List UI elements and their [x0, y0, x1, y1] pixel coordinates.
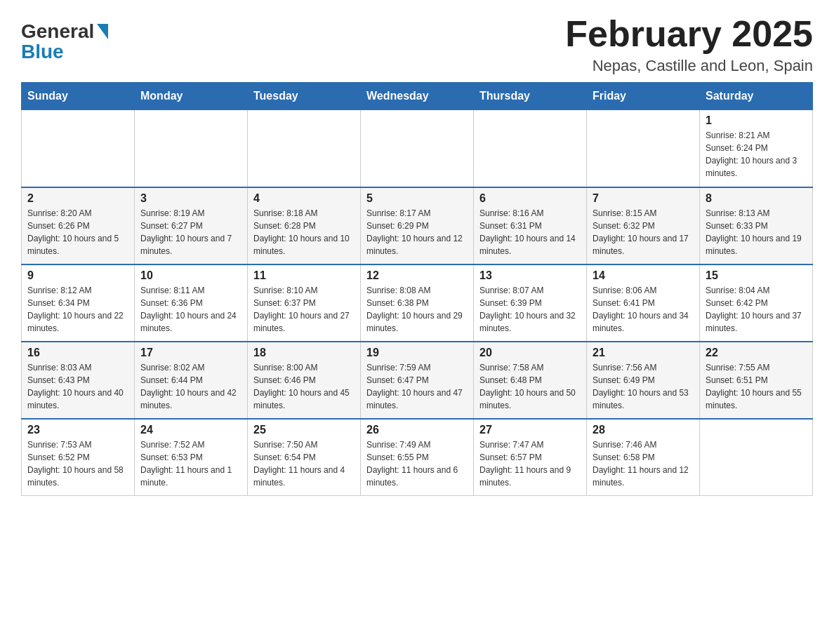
day-of-week-header: Sunday: [22, 83, 135, 110]
day-number: 28: [593, 424, 694, 436]
calendar-week-row: 9Sunrise: 8:12 AMSunset: 6:34 PMDaylight…: [22, 264, 813, 342]
day-info: Sunrise: 7:58 AMSunset: 6:48 PMDaylight:…: [479, 361, 581, 412]
month-title: February 2025: [565, 14, 813, 54]
calendar-day-cell: 10Sunrise: 8:11 AMSunset: 6:36 PMDayligh…: [135, 264, 248, 342]
calendar-day-cell: [248, 110, 361, 187]
day-of-week-header: Friday: [587, 83, 700, 110]
calendar-day-cell: [22, 110, 135, 187]
day-info: Sunrise: 8:16 AMSunset: 6:31 PMDaylight:…: [479, 207, 581, 257]
calendar-day-cell: 5Sunrise: 8:17 AMSunset: 6:29 PMDaylight…: [361, 187, 474, 264]
calendar-day-cell: [361, 110, 474, 187]
day-number: 9: [27, 269, 128, 282]
day-info: Sunrise: 7:49 AMSunset: 6:55 PMDaylight:…: [366, 438, 468, 489]
day-number: 18: [253, 347, 355, 359]
day-info: Sunrise: 8:19 AMSunset: 6:27 PMDaylight:…: [140, 207, 241, 257]
calendar-day-cell: 23Sunrise: 7:53 AMSunset: 6:52 PMDayligh…: [22, 419, 135, 496]
day-number: 13: [479, 269, 581, 282]
logo-triangle-icon: [97, 24, 108, 39]
calendar-day-cell: 25Sunrise: 7:50 AMSunset: 6:54 PMDayligh…: [248, 419, 361, 496]
calendar-day-cell: 1Sunrise: 8:21 AMSunset: 6:24 PMDaylight…: [700, 110, 813, 187]
calendar-week-row: 1Sunrise: 8:21 AMSunset: 6:24 PMDaylight…: [22, 110, 813, 187]
day-info: Sunrise: 8:00 AMSunset: 6:46 PMDaylight:…: [253, 361, 355, 412]
calendar-day-cell: 9Sunrise: 8:12 AMSunset: 6:34 PMDaylight…: [22, 264, 135, 342]
day-number: 5: [366, 192, 468, 205]
day-number: 24: [140, 424, 241, 436]
calendar-day-cell: 27Sunrise: 7:47 AMSunset: 6:57 PMDayligh…: [474, 419, 587, 496]
day-number: 11: [253, 269, 355, 282]
day-info: Sunrise: 7:53 AMSunset: 6:52 PMDaylight:…: [27, 438, 128, 489]
day-info: Sunrise: 7:56 AMSunset: 6:49 PMDaylight:…: [593, 361, 694, 412]
day-info: Sunrise: 8:03 AMSunset: 6:43 PMDaylight:…: [27, 361, 128, 412]
calendar-week-row: 2Sunrise: 8:20 AMSunset: 6:26 PMDaylight…: [22, 187, 813, 264]
calendar-day-cell: 17Sunrise: 8:02 AMSunset: 6:44 PMDayligh…: [135, 342, 248, 419]
day-number: 20: [479, 347, 581, 359]
day-info: Sunrise: 8:08 AMSunset: 6:38 PMDaylight:…: [366, 284, 468, 335]
day-info: Sunrise: 8:21 AMSunset: 6:24 PMDaylight:…: [706, 129, 807, 180]
day-of-week-header: Wednesday: [361, 83, 474, 110]
day-number: 27: [479, 424, 581, 436]
day-info: Sunrise: 7:59 AMSunset: 6:47 PMDaylight:…: [366, 361, 468, 412]
page-header: General Blue February 2025 Nepas, Castil…: [21, 14, 813, 75]
calendar-week-row: 23Sunrise: 7:53 AMSunset: 6:52 PMDayligh…: [22, 419, 813, 496]
calendar-day-cell: 8Sunrise: 8:13 AMSunset: 6:33 PMDaylight…: [700, 187, 813, 264]
day-number: 14: [593, 269, 694, 282]
day-info: Sunrise: 7:50 AMSunset: 6:54 PMDaylight:…: [253, 438, 355, 489]
day-number: 10: [140, 269, 241, 282]
day-number: 6: [479, 192, 581, 205]
day-number: 15: [706, 269, 807, 282]
calendar-day-cell: 21Sunrise: 7:56 AMSunset: 6:49 PMDayligh…: [587, 342, 700, 419]
calendar-header-row: SundayMondayTuesdayWednesdayThursdayFrid…: [22, 83, 813, 110]
day-info: Sunrise: 7:52 AMSunset: 6:53 PMDaylight:…: [140, 438, 241, 489]
day-info: Sunrise: 7:46 AMSunset: 6:58 PMDaylight:…: [593, 438, 694, 489]
day-number: 26: [366, 424, 468, 436]
calendar-day-cell: 24Sunrise: 7:52 AMSunset: 6:53 PMDayligh…: [135, 419, 248, 496]
calendar-day-cell: 20Sunrise: 7:58 AMSunset: 6:48 PMDayligh…: [474, 342, 587, 419]
calendar-day-cell: [587, 110, 700, 187]
day-number: 7: [593, 192, 694, 205]
calendar-day-cell: 18Sunrise: 8:00 AMSunset: 6:46 PMDayligh…: [248, 342, 361, 419]
calendar-day-cell: [135, 110, 248, 187]
title-section: February 2025 Nepas, Castille and Leon, …: [565, 14, 813, 75]
day-of-week-header: Tuesday: [248, 83, 361, 110]
calendar-day-cell: 22Sunrise: 7:55 AMSunset: 6:51 PMDayligh…: [700, 342, 813, 419]
day-number: 22: [706, 347, 807, 359]
calendar-day-cell: 6Sunrise: 8:16 AMSunset: 6:31 PMDaylight…: [474, 187, 587, 264]
day-info: Sunrise: 8:07 AMSunset: 6:39 PMDaylight:…: [479, 284, 581, 335]
day-info: Sunrise: 8:04 AMSunset: 6:42 PMDaylight:…: [706, 284, 807, 335]
day-number: 2: [27, 192, 128, 205]
calendar-day-cell: 3Sunrise: 8:19 AMSunset: 6:27 PMDaylight…: [135, 187, 248, 264]
calendar-day-cell: 26Sunrise: 7:49 AMSunset: 6:55 PMDayligh…: [361, 419, 474, 496]
day-info: Sunrise: 8:06 AMSunset: 6:41 PMDaylight:…: [593, 284, 694, 335]
day-number: 21: [593, 347, 694, 359]
day-info: Sunrise: 8:12 AMSunset: 6:34 PMDaylight:…: [27, 284, 128, 335]
day-info: Sunrise: 7:47 AMSunset: 6:57 PMDaylight:…: [479, 438, 581, 489]
day-of-week-header: Thursday: [474, 83, 587, 110]
day-info: Sunrise: 8:18 AMSunset: 6:28 PMDaylight:…: [253, 207, 355, 257]
day-of-week-header: Saturday: [700, 83, 813, 110]
day-number: 8: [706, 192, 807, 205]
day-of-week-header: Monday: [135, 83, 248, 110]
day-info: Sunrise: 7:55 AMSunset: 6:51 PMDaylight:…: [706, 361, 807, 412]
logo: General Blue: [21, 21, 108, 62]
day-info: Sunrise: 8:02 AMSunset: 6:44 PMDaylight:…: [140, 361, 241, 412]
calendar-day-cell: 13Sunrise: 8:07 AMSunset: 6:39 PMDayligh…: [474, 264, 587, 342]
day-info: Sunrise: 8:20 AMSunset: 6:26 PMDaylight:…: [27, 207, 128, 257]
day-number: 16: [27, 347, 128, 359]
calendar-day-cell: 11Sunrise: 8:10 AMSunset: 6:37 PMDayligh…: [248, 264, 361, 342]
day-info: Sunrise: 8:13 AMSunset: 6:33 PMDaylight:…: [706, 207, 807, 257]
day-number: 4: [253, 192, 355, 205]
day-number: 1: [706, 114, 807, 127]
calendar-day-cell: 12Sunrise: 8:08 AMSunset: 6:38 PMDayligh…: [361, 264, 474, 342]
day-number: 17: [140, 347, 241, 359]
day-number: 23: [27, 424, 128, 436]
calendar-table: SundayMondayTuesdayWednesdayThursdayFrid…: [21, 82, 813, 496]
calendar-day-cell: 4Sunrise: 8:18 AMSunset: 6:28 PMDaylight…: [248, 187, 361, 264]
day-info: Sunrise: 8:15 AMSunset: 6:32 PMDaylight:…: [593, 207, 694, 257]
calendar-week-row: 16Sunrise: 8:03 AMSunset: 6:43 PMDayligh…: [22, 342, 813, 419]
calendar-day-cell: 14Sunrise: 8:06 AMSunset: 6:41 PMDayligh…: [587, 264, 700, 342]
day-info: Sunrise: 8:11 AMSunset: 6:36 PMDaylight:…: [140, 284, 241, 335]
day-info: Sunrise: 8:17 AMSunset: 6:29 PMDaylight:…: [366, 207, 468, 257]
calendar-day-cell: [700, 419, 813, 496]
logo-blue-text: Blue: [21, 42, 64, 62]
logo-general-text: General: [21, 22, 94, 41]
